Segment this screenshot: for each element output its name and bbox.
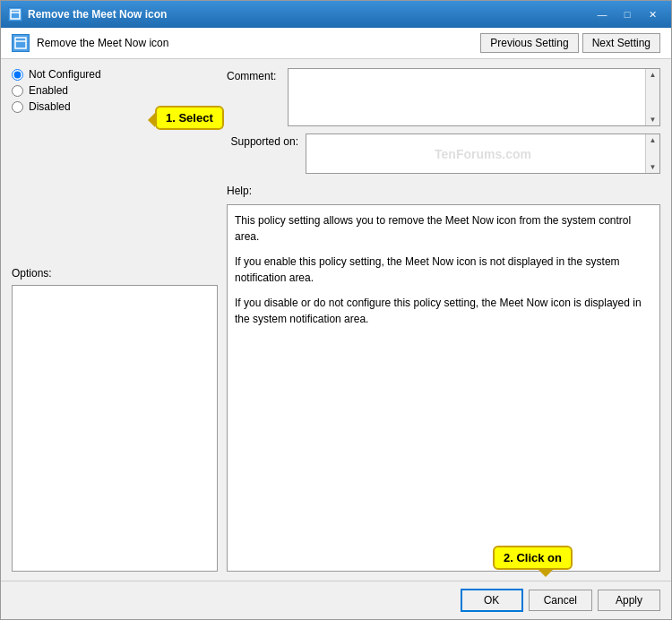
callout-click: 2. Click on bbox=[493, 546, 573, 570]
bottom-bar: 2. Click on OK Cancel Apply bbox=[1, 581, 671, 619]
main-content: Not Configured Enabled Disabled 1. Selec… bbox=[1, 59, 671, 581]
supported-scroll-up[interactable]: ▲ bbox=[648, 134, 659, 146]
radio-not-configured-label: Not Configured bbox=[29, 68, 101, 81]
maximize-button[interactable]: □ bbox=[616, 5, 639, 23]
callout-select: 1. Select bbox=[155, 106, 224, 130]
radio-enabled[interactable]: Enabled bbox=[12, 84, 218, 97]
svg-rect-2 bbox=[15, 38, 26, 48]
supported-scroll-down[interactable]: ▼ bbox=[648, 161, 659, 173]
radio-disabled-input[interactable] bbox=[12, 101, 23, 113]
radio-enabled-input[interactable] bbox=[12, 85, 23, 97]
header-icon bbox=[12, 34, 30, 52]
main-window: Remove the Meet Now icon — □ ✕ Remove th… bbox=[0, 0, 672, 620]
help-paragraph-1: This policy setting allows you to remove… bbox=[235, 212, 652, 245]
title-bar: Remove the Meet Now icon — □ ✕ bbox=[1, 1, 671, 28]
close-button[interactable]: ✕ bbox=[641, 5, 664, 23]
supported-section: Supported on: TenForums.com ▲ ▼ bbox=[227, 133, 660, 174]
header-title: Remove the Meet Now icon bbox=[37, 37, 168, 49]
scroll-up-icon[interactable]: ▲ bbox=[648, 69, 659, 81]
radio-disabled-label: Disabled bbox=[29, 100, 71, 113]
supported-label: Supported on: bbox=[227, 133, 298, 148]
window-icon bbox=[8, 7, 22, 22]
radio-not-configured[interactable]: Not Configured bbox=[12, 68, 218, 81]
header-left: Remove the Meet Now icon bbox=[12, 34, 168, 52]
window-title: Remove the Meet Now icon bbox=[28, 8, 590, 21]
radio-group: Not Configured Enabled Disabled 1. Selec… bbox=[12, 68, 218, 113]
ok-button[interactable]: OK bbox=[461, 589, 523, 612]
header-buttons: Previous Setting Next Setting bbox=[480, 33, 660, 53]
window-controls: — □ ✕ bbox=[590, 5, 664, 23]
comment-box: ▲ ▼ bbox=[288, 68, 660, 126]
radio-not-configured-input[interactable] bbox=[12, 69, 23, 81]
content-area: Not Configured Enabled Disabled 1. Selec… bbox=[1, 59, 671, 581]
help-label: Help: bbox=[227, 185, 660, 197]
svg-rect-0 bbox=[11, 10, 20, 19]
comment-section: Comment: ▲ ▼ bbox=[227, 68, 660, 126]
supported-box: TenForums.com ▲ ▼ bbox=[306, 133, 660, 174]
next-setting-button[interactable]: Next Setting bbox=[582, 33, 660, 53]
help-paragraph-2: If you enable this policy setting, the M… bbox=[235, 254, 652, 286]
radio-enabled-label: Enabled bbox=[29, 84, 68, 97]
comment-label: Comment: bbox=[227, 68, 280, 82]
right-panel: Comment: ▲ ▼ Supported on: TenForums.com bbox=[227, 68, 660, 572]
minimize-button[interactable]: — bbox=[590, 5, 614, 23]
comment-scrollbar[interactable]: ▲ ▼ bbox=[645, 69, 659, 125]
watermark: TenForums.com bbox=[435, 147, 531, 161]
scroll-down-icon[interactable]: ▼ bbox=[648, 114, 659, 125]
supported-scrollbar[interactable]: ▲ ▼ bbox=[645, 134, 659, 173]
options-label: Options: bbox=[12, 267, 218, 280]
cancel-button[interactable]: Cancel bbox=[529, 590, 592, 611]
apply-button[interactable]: Apply bbox=[598, 590, 660, 611]
header-bar: Remove the Meet Now icon Previous Settin… bbox=[1, 28, 671, 59]
options-box bbox=[12, 285, 218, 572]
help-box: This policy setting allows you to remove… bbox=[227, 204, 660, 572]
previous-setting-button[interactable]: Previous Setting bbox=[480, 33, 578, 53]
help-paragraph-3: If you disable or do not configure this … bbox=[235, 295, 652, 327]
left-panel: Not Configured Enabled Disabled 1. Selec… bbox=[12, 68, 218, 572]
